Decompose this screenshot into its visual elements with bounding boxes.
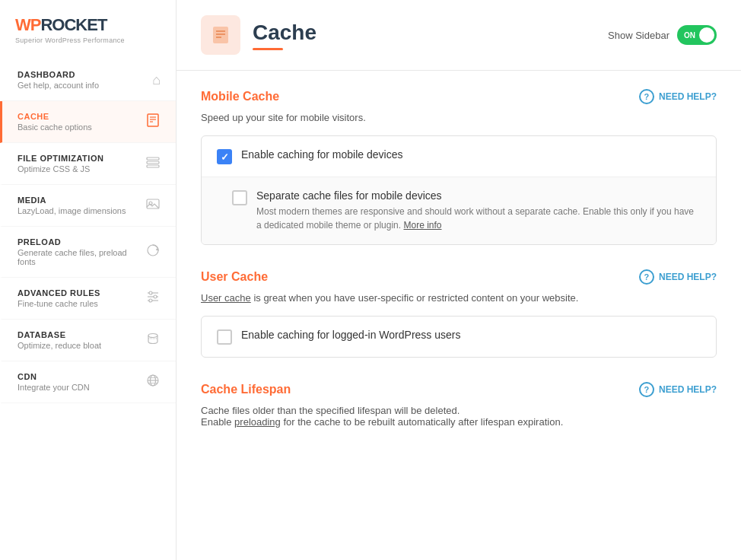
nav-title-advanced-rules: ADVANCED RULES bbox=[17, 288, 100, 298]
user-cache-need-help[interactable]: ? NEED HELP? bbox=[639, 269, 717, 285]
cache-lifespan-desc-line2: Enable preloading for the cache to be re… bbox=[201, 416, 717, 428]
cache-lifespan-description: Cache files older than the specified lif… bbox=[201, 405, 717, 428]
page-icon bbox=[201, 15, 240, 55]
enable-mobile-caching-row: ✓ Enable caching for mobile devices bbox=[202, 136, 716, 177]
nav-title-preload: PRELOAD bbox=[17, 237, 145, 247]
checkmark-icon: ✓ bbox=[221, 152, 229, 162]
nav-sub-file-optimization: Optimize CSS & JS bbox=[17, 164, 103, 173]
nav-sub-cache: Basic cache options bbox=[17, 123, 92, 132]
user-cache-need-help-label: NEED HELP? bbox=[659, 272, 717, 282]
page-title-area: Cache bbox=[201, 15, 316, 55]
advanced-rules-icon bbox=[145, 289, 161, 308]
user-cache-section: User Cache ? NEED HELP? User cache is gr… bbox=[201, 269, 717, 358]
more-info-link[interactable]: More info bbox=[403, 220, 441, 231]
nav-title-media: MEDIA bbox=[17, 196, 126, 205]
svg-point-16 bbox=[148, 333, 157, 337]
user-cache-help-icon: ? bbox=[639, 269, 654, 285]
user-cache-link[interactable]: User cache bbox=[201, 292, 251, 304]
logo-rocket: ROCKET bbox=[40, 15, 107, 35]
svg-point-13 bbox=[149, 291, 152, 294]
enable-mobile-caching-checkbox[interactable]: ✓ bbox=[217, 149, 232, 164]
preloading-link[interactable]: preloading bbox=[234, 416, 281, 428]
user-cache-desc-post: is great when you have user-specific or … bbox=[253, 292, 578, 304]
show-sidebar-control: Show Sidebar ON bbox=[608, 25, 717, 45]
main-header: Cache Show Sidebar ON bbox=[177, 0, 741, 71]
separate-cache-mobile-checkbox[interactable] bbox=[232, 190, 247, 205]
sidebar-item-file-optimization[interactable]: FILE OPTIMIZATION Optimize CSS & JS bbox=[0, 143, 176, 185]
sidebar-item-media[interactable]: MEDIA LazyLoad, image dimensions bbox=[0, 185, 176, 227]
cache-lifespan-header: Cache Lifespan ? NEED HELP? bbox=[201, 382, 717, 397]
nav-title-file-optimization: FILE OPTIMIZATION bbox=[17, 154, 103, 163]
main-content: Cache Show Sidebar ON Mobile Cache ? NEE… bbox=[177, 0, 741, 560]
logo-area: WP ROCKET Superior WordPress Performance bbox=[0, 0, 176, 59]
page-title: Cache bbox=[253, 21, 316, 45]
svg-point-15 bbox=[149, 299, 152, 302]
page-title-underline bbox=[253, 48, 283, 50]
nav-sub-dashboard: Get help, account info bbox=[17, 81, 99, 90]
logo-sub: Superior WordPress Performance bbox=[15, 37, 125, 44]
svg-rect-5 bbox=[147, 161, 159, 164]
nav-sub-advanced-rules: Fine-tune cache rules bbox=[17, 299, 100, 308]
toggle-knob bbox=[699, 27, 714, 43]
preload-icon bbox=[145, 243, 161, 262]
show-sidebar-label: Show Sidebar bbox=[608, 30, 669, 41]
cache-lifespan-need-help-label: NEED HELP? bbox=[659, 384, 717, 395]
svg-rect-4 bbox=[147, 158, 159, 160]
sidebar-item-cache[interactable]: CACHE Basic cache options bbox=[0, 101, 176, 143]
separate-cache-mobile-sublabel: Most modern themes are responsive and sh… bbox=[256, 205, 701, 232]
file-opt-icon bbox=[145, 154, 161, 173]
svg-rect-6 bbox=[147, 165, 159, 167]
cache-lifespan-title: Cache Lifespan bbox=[201, 383, 291, 396]
mobile-cache-need-help[interactable]: ? NEED HELP? bbox=[639, 89, 717, 104]
nav-title-dashboard: DASHBOARD bbox=[17, 70, 99, 79]
sidebar-toggle[interactable]: ON bbox=[677, 25, 717, 45]
cache-lifespan-help-icon: ? bbox=[639, 382, 654, 397]
sidebar-item-cdn[interactable]: CDN Integrate your CDN bbox=[0, 361, 176, 403]
user-cache-header: User Cache ? NEED HELP? bbox=[201, 269, 717, 285]
sidebar-item-database[interactable]: DATABASE Optimize, reduce bloat bbox=[0, 320, 176, 361]
logo-wp: WP bbox=[15, 15, 40, 35]
database-icon bbox=[145, 331, 161, 350]
nav-title-cdn: CDN bbox=[17, 372, 90, 381]
help-icon: ? bbox=[639, 89, 654, 104]
svg-point-14 bbox=[154, 295, 157, 298]
media-icon bbox=[145, 196, 161, 215]
nav-title-cache: CACHE bbox=[17, 112, 92, 121]
mobile-cache-section: Mobile Cache ? NEED HELP? Speed up your … bbox=[201, 89, 717, 245]
home-icon: ⌂ bbox=[152, 72, 161, 88]
user-cache-title: User Cache bbox=[201, 270, 268, 284]
mobile-cache-header: Mobile Cache ? NEED HELP? bbox=[201, 89, 717, 104]
cdn-icon bbox=[145, 373, 161, 392]
mobile-cache-options: ✓ Enable caching for mobile devices Sepa… bbox=[201, 135, 717, 245]
mobile-cache-title: Mobile Cache bbox=[201, 90, 279, 103]
separate-cache-mobile-row: Separate cache files for mobile devices … bbox=[202, 177, 716, 244]
svg-rect-23 bbox=[213, 27, 228, 43]
enable-logged-in-caching-checkbox[interactable] bbox=[217, 329, 232, 345]
nav-sub-preload: Generate cache files, preload fonts bbox=[17, 248, 145, 266]
separate-cache-mobile-label: Separate cache files for mobile devices bbox=[256, 189, 701, 202]
nav-title-database: DATABASE bbox=[17, 330, 101, 339]
toggle-label: ON bbox=[680, 31, 695, 40]
svg-rect-0 bbox=[148, 114, 158, 126]
enable-mobile-caching-label: Enable caching for mobile devices bbox=[241, 148, 402, 161]
content-area: Mobile Cache ? NEED HELP? Speed up your … bbox=[177, 71, 741, 470]
sidebar-item-advanced-rules[interactable]: ADVANCED RULES Fine-tune cache rules bbox=[0, 278, 176, 320]
cache-lifespan-desc-line1: Cache files older than the specified lif… bbox=[201, 405, 717, 416]
nav-sub-cdn: Integrate your CDN bbox=[17, 383, 90, 392]
sidebar-item-dashboard[interactable]: DASHBOARD Get help, account info ⌂ bbox=[0, 59, 176, 101]
sidebar-item-preload[interactable]: PRELOAD Generate cache files, preload fo… bbox=[0, 227, 176, 278]
nav-sub-database: Optimize, reduce bloat bbox=[17, 341, 101, 350]
user-cache-description: User cache is great when you have user-s… bbox=[201, 292, 717, 304]
mobile-cache-description: Speed up your site for mobile visitors. bbox=[201, 112, 717, 123]
user-cache-options: Enable caching for logged-in WordPress u… bbox=[201, 316, 717, 358]
enable-logged-in-caching-label: Enable caching for logged-in WordPress u… bbox=[241, 329, 460, 341]
nav-sub-media: LazyLoad, image dimensions bbox=[17, 206, 126, 215]
cache-lifespan-section: Cache Lifespan ? NEED HELP? Cache files … bbox=[201, 382, 717, 428]
cache-lifespan-need-help[interactable]: ? NEED HELP? bbox=[639, 382, 717, 397]
mobile-cache-need-help-label: NEED HELP? bbox=[659, 91, 717, 102]
sidebar: WP ROCKET Superior WordPress Performance… bbox=[0, 0, 177, 560]
enable-logged-in-caching-row: Enable caching for logged-in WordPress u… bbox=[202, 317, 716, 357]
cache-icon bbox=[145, 113, 161, 132]
